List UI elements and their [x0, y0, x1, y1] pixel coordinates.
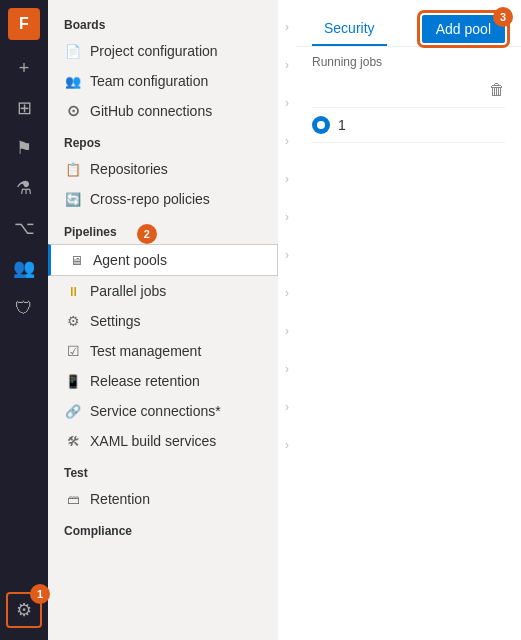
- settings-icon: [64, 312, 82, 330]
- chevron-icon: ›: [285, 96, 289, 110]
- cross-repo-icon: [64, 190, 82, 208]
- sidebar-item-settings[interactable]: Settings: [48, 306, 278, 336]
- sidebar-item-label: Team configuration: [90, 73, 262, 89]
- section-repos: Repos: [48, 126, 278, 154]
- chevron-icon: ›: [285, 362, 289, 376]
- chevron-icon: ›: [285, 248, 289, 262]
- sidebar-item-label: Repositories: [90, 161, 262, 177]
- chevron-icon: ›: [285, 20, 289, 34]
- sidebar-item-project-configuration[interactable]: Project configuration: [48, 36, 278, 66]
- running-count: 1: [312, 116, 346, 134]
- sidebar-item-label: Cross-repo policies: [90, 191, 262, 207]
- table-area: 🗑 1: [312, 73, 505, 143]
- sidebar-item-retention[interactable]: Retention: [48, 484, 278, 514]
- retention-icon: [64, 490, 82, 508]
- sidebar-item-repositories[interactable]: Repositories: [48, 154, 278, 184]
- chevron-icon: ›: [285, 400, 289, 414]
- section-compliance: Compliance: [48, 514, 278, 542]
- pipelines-badge: 2: [137, 224, 157, 244]
- beaker-icon[interactable]: ⚗: [6, 170, 42, 206]
- table-row: 🗑: [312, 73, 505, 108]
- release-icon: [64, 372, 82, 390]
- xaml-icon: [64, 432, 82, 450]
- shield-icon[interactable]: 🛡: [6, 290, 42, 326]
- pr-icon[interactable]: ⌥: [6, 210, 42, 246]
- chevron-column: › › › › › › › › › › › ›: [278, 0, 296, 640]
- people-icon[interactable]: 👥: [6, 250, 42, 286]
- add-pool-badge: 3: [493, 7, 513, 27]
- sidebar-item-label: Project configuration: [90, 43, 262, 59]
- sidebar-item-agent-pools[interactable]: Agent pools: [48, 244, 278, 276]
- main-header: Security Add pool 3: [296, 0, 521, 47]
- sidebar-item-test-management[interactable]: Test management: [48, 336, 278, 366]
- repo-icon: [64, 160, 82, 178]
- sidebar-item-label: Parallel jobs: [90, 283, 262, 299]
- sidebar-item-github-connections[interactable]: GitHub connections: [48, 96, 278, 126]
- sidebar-item-xaml-build[interactable]: XAML build services: [48, 426, 278, 456]
- doc-icon: [64, 42, 82, 60]
- main-content: Security Add pool 3 Running jobs 🗑 1: [296, 0, 521, 640]
- sidebar-item-label: Test management: [90, 343, 262, 359]
- main-body: Running jobs 🗑 1: [296, 47, 521, 640]
- running-count-label: 1: [338, 117, 346, 133]
- running-status-dot: [312, 116, 330, 134]
- far-left-nav: F + ⊞ ⚑ ⚗ ⌥ 👥 🛡 ⚙ 1: [0, 0, 48, 640]
- section-pipelines: Pipelines: [48, 215, 133, 243]
- sidebar-item-team-configuration[interactable]: Team configuration: [48, 66, 278, 96]
- home-icon[interactable]: ⊞: [6, 90, 42, 126]
- parallel-icon: [64, 282, 82, 300]
- team-icon: [64, 72, 82, 90]
- chevron-icon: ›: [285, 286, 289, 300]
- github-icon: [64, 102, 82, 120]
- sidebar-item-label: Release retention: [90, 373, 262, 389]
- sidebar-item-label: XAML build services: [90, 433, 262, 449]
- table-row: 1: [312, 108, 505, 143]
- plus-icon[interactable]: +: [6, 50, 42, 86]
- sidebar-item-release-retention[interactable]: Release retention: [48, 366, 278, 396]
- sidebar-item-label: Agent pools: [93, 252, 261, 268]
- header-right: Add pool 3: [422, 15, 505, 43]
- chevron-icon: ›: [285, 438, 289, 452]
- sidebar-item-service-connections[interactable]: Service connections*: [48, 396, 278, 426]
- add-pool-wrapper: Add pool 3: [422, 15, 505, 43]
- gear-badge: 1: [30, 584, 50, 604]
- service-icon: [64, 402, 82, 420]
- chevron-icon: ›: [285, 58, 289, 72]
- section-boards: Boards: [48, 8, 278, 36]
- tab-security[interactable]: Security: [312, 12, 387, 46]
- settings-sidebar: Boards Project configuration Team config…: [48, 0, 278, 640]
- sidebar-item-cross-repo-policies[interactable]: Cross-repo policies: [48, 184, 278, 214]
- sidebar-item-label: Service connections*: [90, 403, 262, 419]
- chevron-icon: ›: [285, 134, 289, 148]
- running-jobs-label: Running jobs: [312, 55, 505, 69]
- trash-icon[interactable]: 🗑: [489, 81, 505, 99]
- sidebar-item-label: GitHub connections: [90, 103, 262, 119]
- agent-pool-icon: [67, 251, 85, 269]
- flag-icon[interactable]: ⚑: [6, 130, 42, 166]
- org-logo[interactable]: F: [8, 8, 40, 40]
- gear-section: ⚙ 1: [6, 592, 42, 628]
- chevron-icon: ›: [285, 210, 289, 224]
- test-mgmt-icon: [64, 342, 82, 360]
- section-test: Test: [48, 456, 278, 484]
- section-pipelines-header: Pipelines 2: [48, 214, 278, 244]
- sidebar-item-label: Settings: [90, 313, 262, 329]
- sidebar-item-parallel-jobs[interactable]: Parallel jobs: [48, 276, 278, 306]
- chevron-icon: ›: [285, 172, 289, 186]
- sidebar-item-label: Retention: [90, 491, 262, 507]
- chevron-icon: ›: [285, 324, 289, 338]
